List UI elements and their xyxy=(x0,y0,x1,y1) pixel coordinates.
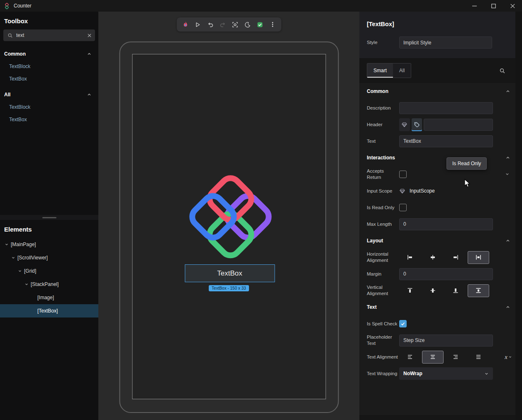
text-align-right-button[interactable] xyxy=(445,351,466,364)
design-canvas[interactable]: TextBox TextBox - 150 x 33 xyxy=(98,12,359,420)
expand-more-chevron-icon[interactable] xyxy=(505,171,510,178)
is-spell-check-checkbox[interactable] xyxy=(399,320,407,327)
tree-item-label: [Grid] xyxy=(24,268,36,274)
play-button[interactable] xyxy=(193,19,203,30)
inspector-tabs: Smart All xyxy=(367,63,411,78)
property-label: Placeholder Text xyxy=(367,334,399,347)
header-tag-button[interactable] xyxy=(412,118,422,131)
toolbox-search[interactable] xyxy=(3,29,95,41)
panel-splitter[interactable] xyxy=(0,215,98,220)
description-input[interactable] xyxy=(399,102,493,114)
placeholder-text-input[interactable] xyxy=(399,335,493,347)
property-label: Horizontal Alignment xyxy=(367,251,399,264)
clear-search-icon[interactable] xyxy=(87,33,92,38)
toolbox-item-textbox[interactable]: TextBox xyxy=(0,113,98,126)
inspector-search-icon[interactable] xyxy=(499,68,505,74)
property-row-horizontal-alignment: Horizontal Alignment xyxy=(359,249,515,266)
toolbox-section-all[interactable]: All xyxy=(0,88,98,101)
tree-item-grid[interactable]: [Grid] xyxy=(0,264,98,278)
is-read-only-checkbox[interactable] xyxy=(399,204,407,211)
tree-item-scrollviewer[interactable]: [ScrollViewer] xyxy=(0,251,98,264)
text-input[interactable] xyxy=(399,135,493,147)
tab-all[interactable]: All xyxy=(393,63,411,78)
valign-top-button[interactable] xyxy=(399,284,421,297)
element-picker-button[interactable] xyxy=(230,19,241,30)
align-stretch-horizontal-icon xyxy=(475,254,482,261)
section-common[interactable]: Common xyxy=(359,83,515,100)
toolbox-search-input[interactable] xyxy=(16,32,87,38)
tree-item-image[interactable]: [Image] xyxy=(0,291,98,304)
text-align-center-button[interactable] xyxy=(422,351,444,364)
toolbox-item-textblock[interactable]: TextBlock xyxy=(0,101,98,113)
maximize-button[interactable] xyxy=(484,0,503,12)
header-binding-button[interactable] xyxy=(399,118,410,131)
property-row-accepts-return: Accepts Return xyxy=(359,166,515,183)
property-label: Margin xyxy=(367,271,399,277)
chevron-up-icon[interactable] xyxy=(505,89,510,94)
elements-title: Elements xyxy=(4,226,94,233)
undo-button[interactable] xyxy=(205,19,216,30)
text-align-right-icon xyxy=(452,354,459,360)
tab-smart[interactable]: Smart xyxy=(367,63,393,78)
align-bottom-icon xyxy=(452,287,459,294)
chevron-up-icon[interactable] xyxy=(505,155,510,160)
chevron-up-icon[interactable] xyxy=(505,305,510,310)
text-align-justify-button[interactable] xyxy=(468,351,489,364)
valign-center-button[interactable] xyxy=(422,284,444,297)
chevron-down-icon[interactable] xyxy=(17,269,23,273)
toolbox-section-common[interactable]: Common xyxy=(0,48,98,60)
section-interactions[interactable]: Interactions xyxy=(359,149,515,166)
style-row: Style xyxy=(367,37,509,49)
toolbox-item-textblock[interactable]: TextBlock xyxy=(0,60,98,73)
device-frame: TextBox TextBox - 150 x 33 xyxy=(119,42,339,413)
x-property-dropdown[interactable]: x xyxy=(505,354,512,361)
text-align-left-button[interactable] xyxy=(399,351,421,364)
selection-size-badge: TextBox - 150 x 33 xyxy=(209,285,249,291)
theme-toggle-button[interactable] xyxy=(242,19,253,30)
text-wrapping-select[interactable]: NoWrap xyxy=(399,367,493,380)
close-icon xyxy=(510,4,515,8)
align-left-icon xyxy=(407,254,413,261)
tree-item-stackpanel[interactable]: [StackPanel] xyxy=(0,278,98,291)
input-scope-value[interactable]: InputScope xyxy=(410,188,435,194)
section-text[interactable]: Text xyxy=(359,299,515,315)
app-logo-icon xyxy=(4,2,10,9)
app-logo-image[interactable] xyxy=(183,172,276,265)
scrollbar-track[interactable] xyxy=(515,12,522,420)
maximize-icon xyxy=(491,4,496,8)
valign-stretch-button[interactable] xyxy=(468,284,489,297)
halign-center-button[interactable] xyxy=(422,251,444,264)
gem-icon[interactable] xyxy=(399,188,405,194)
kebab-menu-icon xyxy=(270,22,276,27)
tree-item-mainpage[interactable]: [MainPage] xyxy=(0,238,98,251)
tree-item-label: [ScrollViewer] xyxy=(17,255,48,261)
canvas-textbox[interactable]: TextBox xyxy=(185,264,275,282)
minimize-button[interactable] xyxy=(465,0,484,12)
close-button[interactable] xyxy=(503,0,522,12)
margin-input[interactable] xyxy=(399,268,493,280)
toolbox-item-textbox[interactable]: TextBox xyxy=(0,73,98,85)
hot-reload-button[interactable] xyxy=(180,19,191,30)
moon-icon xyxy=(244,22,251,28)
header-input[interactable] xyxy=(424,119,493,131)
more-options-button[interactable] xyxy=(267,19,278,30)
property-row-max-length: Max Length xyxy=(359,216,515,232)
property-label: Input Scope xyxy=(367,188,399,194)
section-layout[interactable]: Layout xyxy=(359,232,515,249)
chevron-up-icon[interactable] xyxy=(505,238,510,243)
text-wrapping-value: NoWrap xyxy=(403,371,422,376)
device-screen[interactable]: TextBox TextBox - 150 x 33 xyxy=(132,54,326,399)
halign-right-button[interactable] xyxy=(445,251,466,264)
halign-left-button[interactable] xyxy=(399,251,421,264)
chevron-down-icon[interactable] xyxy=(23,282,30,286)
halign-stretch-button[interactable] xyxy=(468,251,489,264)
accepts-return-checkbox[interactable] xyxy=(399,171,407,178)
chevron-down-icon[interactable] xyxy=(3,242,10,247)
style-input[interactable] xyxy=(399,37,492,49)
max-length-input[interactable] xyxy=(399,218,493,230)
validation-status-button[interactable] xyxy=(255,19,266,30)
valign-bottom-button[interactable] xyxy=(445,284,466,297)
redo-button[interactable] xyxy=(217,19,228,30)
tree-item-textbox[interactable]: [TextBox] xyxy=(0,304,98,317)
chevron-down-icon[interactable] xyxy=(10,256,17,260)
